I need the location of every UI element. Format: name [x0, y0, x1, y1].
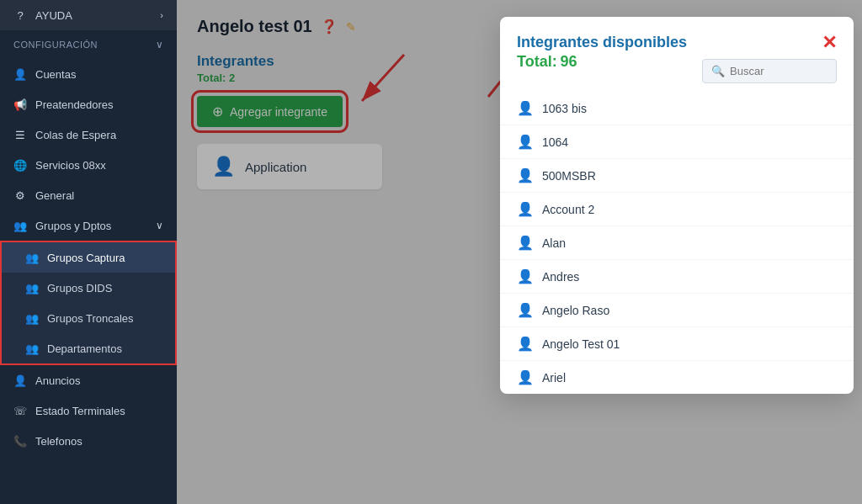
member-name: Andres [542, 270, 579, 284]
grupos-captura-icon: 👥 [25, 251, 39, 264]
member-name: 500MSBR [542, 169, 596, 183]
telephone-icon: 📞 [13, 434, 27, 448]
modal-title: Integrantes disponibles [517, 34, 687, 51]
configuracion-chevron-icon: ∨ [156, 39, 164, 50]
modal-disponibles: Integrantes disponibles Total: 96 ✕ 🔍 [500, 17, 854, 394]
member-name: Angelo Raso [542, 304, 609, 317]
sidebar-item-grupos-dids[interactable]: 👥 Grupos DIDS [2, 273, 175, 303]
sidebar-label-grupos: Grupos y Dptos [35, 220, 111, 232]
main-content: Angelo test 01 ❓ ✎ Integrantes Total: 2 … [177, 0, 862, 504]
member-name: Alan [542, 236, 566, 250]
list-item[interactable]: 👤1064 [500, 125, 854, 159]
member-name: Angelo Test 01 [542, 337, 620, 351]
sidebar-item-grupos-dptos[interactable]: 👥 Grupos y Dptos ∨ [0, 210, 177, 241]
sidebar-item-ayuda[interactable]: ? AYUDA › [0, 0, 177, 30]
sidebar-item-colas-espera[interactable]: ☰ Colas de Espera [0, 119, 177, 150]
sidebar-item-servicios-08xx[interactable]: 🌐 Servicios 08xx [0, 150, 177, 180]
groups-icon: 👥 [13, 219, 27, 232]
member-icon: 👤 [517, 369, 534, 385]
phone-icon: ☏ [13, 404, 27, 417]
ayuda-chevron-icon: › [160, 10, 163, 20]
announcement-icon: 👤 [13, 374, 27, 387]
sidebar-label-cuentas: Cuentas [35, 68, 76, 81]
member-name: Account 2 [542, 203, 594, 216]
sidebar-item-estado-terminales[interactable]: ☏ Estado Terminales [0, 395, 177, 426]
estado-terminales-label: Estado Terminales [35, 405, 125, 417]
member-icon: 👤 [517, 268, 534, 284]
telefonos-label: Telefonos [35, 435, 82, 448]
list-item[interactable]: 👤Angelo Test 01 [500, 327, 854, 361]
member-icon: 👤 [517, 167, 534, 183]
grupos-dids-icon: 👥 [25, 281, 39, 294]
sidebar-item-anuncios[interactable]: 👤 Anuncios [0, 365, 177, 395]
list-item[interactable]: 👤Alan [500, 226, 854, 260]
modal-search-box[interactable]: 🔍 [702, 59, 837, 83]
list-item[interactable]: 👤Andres [500, 260, 854, 294]
grupos-captura-label: Grupos Captura [47, 252, 125, 264]
anuncios-label: Anuncios [35, 374, 80, 387]
sidebar-ayuda-label: AYUDA [35, 9, 72, 22]
sidebar-item-general[interactable]: ⚙ General [0, 180, 177, 210]
list-item[interactable]: 👤Ariel [500, 361, 854, 394]
help-icon: ? [13, 8, 27, 22]
sidebar-label-preatendedores: Preatendedores [35, 98, 114, 111]
member-icon: 👤 [517, 235, 534, 251]
grupos-chevron-icon: ∨ [156, 220, 163, 231]
gear-icon: ⚙ [13, 188, 27, 202]
grupos-troncales-icon: 👥 [25, 311, 39, 325]
list-item[interactable]: 👤Angelo Raso [500, 294, 854, 327]
member-name: 1064 [542, 135, 568, 149]
member-icon: 👤 [517, 100, 534, 116]
modal-total: Total: 96 [517, 53, 687, 71]
user-icon: 👤 [13, 67, 27, 81]
modal-total-value: 96 [561, 53, 577, 70]
list-item[interactable]: 👤Account 2 [500, 193, 854, 226]
configuracion-label: CONFIGURACIÓN [13, 40, 98, 50]
sidebar-item-departamentos[interactable]: 👥 Departamentos [2, 333, 175, 363]
modal-total-label: Total: [517, 53, 557, 70]
sidebar: ? AYUDA › CONFIGURACIÓN ∨ 👤 Cuentas 📢 Pr… [0, 0, 177, 504]
queue-icon: ☰ [13, 128, 27, 141]
member-name: Ariel [542, 371, 566, 385]
list-item[interactable]: 👤500MSBR [500, 159, 854, 193]
sidebar-item-telefonos[interactable]: 📞 Telefonos [0, 426, 177, 456]
sidebar-label-general: General [35, 189, 74, 202]
member-icon: 👤 [517, 302, 534, 318]
grupos-troncales-label: Grupos Troncales [47, 312, 134, 325]
search-icon: 🔍 [711, 65, 725, 77]
search-input[interactable] [730, 65, 827, 77]
member-icon: 👤 [517, 134, 534, 150]
sidebar-subgroup-grupos: 👥 Grupos Captura 👥 Grupos DIDS 👥 Grupos … [0, 241, 177, 365]
sidebar-item-grupos-captura[interactable]: 👥 Grupos Captura [2, 242, 175, 273]
sidebar-item-preatendedores[interactable]: 📢 Preatendedores [0, 89, 177, 119]
member-name: 1063 bis [542, 102, 587, 115]
sidebar-item-grupos-troncales[interactable]: 👥 Grupos Troncales [2, 303, 175, 333]
modal-close-button[interactable]: ✕ [822, 34, 837, 52]
grupos-dids-label: Grupos DIDS [47, 282, 112, 294]
modal-overlay: Integrantes disponibles Total: 96 ✕ 🔍 [177, 0, 862, 504]
modal-member-list: 👤1063 bis👤1064👤500MSBR👤Account 2👤Alan👤An… [500, 92, 854, 394]
sidebar-label-servicios: Servicios 08xx [35, 159, 106, 172]
megaphone-icon: 📢 [13, 98, 27, 111]
departamentos-icon: 👥 [25, 342, 39, 355]
sidebar-item-cuentas[interactable]: 👤 Cuentas [0, 59, 177, 89]
member-icon: 👤 [517, 201, 534, 217]
member-icon: 👤 [517, 336, 534, 352]
list-item[interactable]: 👤1063 bis [500, 92, 854, 125]
sidebar-section-configuracion[interactable]: CONFIGURACIÓN ∨ [0, 30, 177, 59]
modal-header: Integrantes disponibles Total: 96 ✕ 🔍 [500, 17, 854, 92]
sidebar-label-colas: Colas de Espera [35, 129, 116, 141]
modal-title-block: Integrantes disponibles Total: 96 [517, 34, 687, 71]
departamentos-label: Departamentos [47, 342, 122, 355]
globe-icon: 🌐 [13, 158, 27, 172]
